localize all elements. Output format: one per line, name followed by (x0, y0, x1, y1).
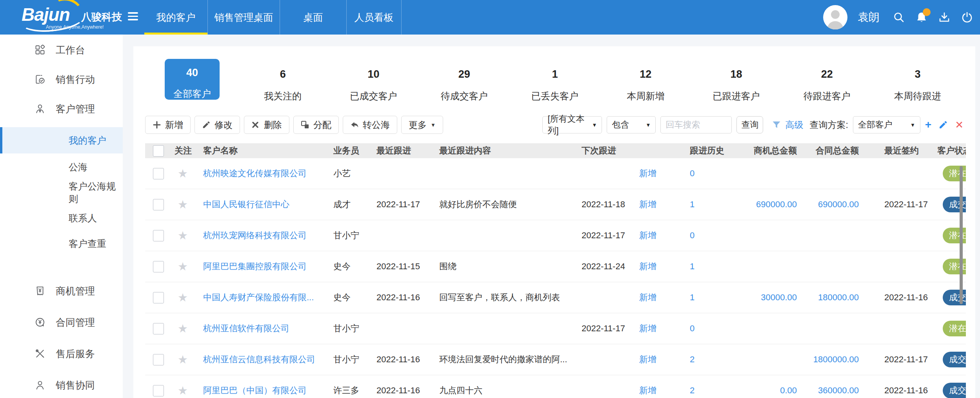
menu-hamburger-icon[interactable] (128, 12, 139, 22)
stat-card-已丢失客户[interactable]: 1已丢失客户 (527, 59, 582, 100)
star-icon[interactable]: ★ (178, 198, 188, 211)
stat-card-已跟进客户[interactable]: 18已跟进客户 (709, 59, 764, 100)
cell-add-follow-link-text[interactable]: 新增 (639, 354, 656, 365)
cell-opportunity-amount-text[interactable]: 30000.00 (761, 292, 797, 303)
toolbar-button-新增[interactable]: 新增 (145, 116, 191, 134)
customer-name-link[interactable]: 中国人寿财产保险股份有限... (203, 292, 314, 303)
sidebar-item-公海[interactable]: 公海 (0, 155, 123, 179)
customer-name-link[interactable]: 阿里巴巴集團控股有限公司 (203, 261, 307, 272)
cell-follow-history-link-text[interactable]: 1 (690, 199, 695, 210)
tab-我的客户[interactable]: 我的客户 (144, 0, 208, 35)
customer-name-link[interactable]: 阿里巴巴（中国）有限公司 (203, 385, 307, 396)
row-checkbox[interactable] (153, 199, 164, 210)
star-icon[interactable]: ★ (178, 291, 188, 304)
cell-add-follow-link-text[interactable]: 新增 (639, 323, 656, 334)
stat-card-我关注的[interactable]: 6我关注的 (255, 59, 310, 100)
sidebar-item-客户管理[interactable]: 客户管理 (0, 98, 123, 120)
add-scheme-icon[interactable]: + (925, 119, 931, 130)
filter-funnel-icon[interactable] (772, 120, 781, 130)
stat-card-本周新增[interactable]: 12本周新增 (618, 59, 673, 100)
cell-follow-history-link-text[interactable]: 0 (690, 230, 695, 241)
toolbar-button-分配[interactable]: 分配 (293, 116, 339, 134)
row-checkbox[interactable] (153, 292, 164, 303)
cell-contract-amount-text[interactable]: 690000.00 (818, 199, 859, 210)
advanced-filter-link[interactable]: 高级 (785, 119, 803, 131)
toolbar-button-转公海[interactable]: 转公海 (343, 116, 397, 134)
tab-桌面[interactable]: 桌面 (280, 0, 347, 35)
star-icon[interactable]: ★ (178, 229, 188, 242)
cell-add-follow-link-text[interactable]: 新增 (639, 385, 656, 396)
cell-star: ★ (175, 384, 196, 397)
vertical-scrollbar-thumb[interactable] (960, 166, 963, 304)
cell-follow-history-link-text[interactable]: 1 (690, 261, 695, 272)
cell-follow-history-link: 2 (684, 385, 747, 396)
sidebar-item-商机管理[interactable]: 商机管理 (0, 280, 123, 302)
row-checkbox[interactable] (153, 323, 164, 334)
row-checkbox[interactable] (153, 354, 164, 365)
user-name[interactable]: 袁朗 (858, 10, 880, 25)
star-icon[interactable]: ★ (178, 260, 188, 273)
select-all-checkbox[interactable] (153, 145, 164, 157)
sidebar-item-客户公海规则[interactable]: 客户公海规则 (0, 181, 123, 204)
query-button[interactable]: 查询 (736, 116, 763, 133)
star-icon[interactable]: ★ (178, 353, 188, 366)
cell-opportunity-amount-text[interactable]: 0.00 (780, 385, 797, 396)
cell-contract-amount-text[interactable]: 360000.00 (818, 385, 859, 396)
toolbar-button-删除[interactable]: 删除 (244, 116, 289, 134)
toolbar-button-更多[interactable]: 更多▼ (401, 116, 443, 134)
cell-follow-history-link-text[interactable]: 1 (690, 292, 695, 303)
sidebar-item-工作台[interactable]: 工作台 (0, 39, 123, 61)
cell-add-follow-link-text[interactable]: 新增 (639, 168, 656, 179)
stat-card-已成交客户[interactable]: 10已成交客户 (346, 59, 401, 100)
sidebar-item-我的客户[interactable]: 我的客户 (0, 127, 123, 153)
search-icon[interactable] (893, 11, 905, 23)
cell-follow-history-link-text[interactable]: 0 (690, 168, 695, 179)
customer-name-link[interactable]: 中国人民银行征信中心 (203, 199, 289, 210)
star-icon[interactable]: ★ (178, 322, 188, 335)
cell-follow-history-link-text[interactable]: 2 (690, 385, 695, 396)
sidebar-item-客户查重[interactable]: 客户查重 (0, 232, 123, 256)
cell-opportunity-amount-text[interactable]: 690000.00 (756, 199, 797, 210)
star-icon[interactable]: ★ (178, 167, 188, 180)
column-filter-select[interactable]: [所有文本列] ▼ (542, 116, 602, 133)
stat-card-本周待跟进[interactable]: 3本周待跟进 (890, 59, 945, 100)
edit-scheme-pencil-icon[interactable] (938, 120, 948, 130)
sidebar-item-售后服务[interactable]: 售后服务 (0, 343, 123, 365)
cell-follow-history-link-text[interactable]: 2 (690, 354, 695, 365)
sidebar-item-销售行动[interactable]: 销售行动 (0, 68, 123, 90)
customer-name-link[interactable]: 杭州亚信软件有限公司 (203, 323, 289, 334)
stat-card-待成交客户[interactable]: 29待成交客户 (437, 59, 492, 100)
delete-scheme-icon[interactable]: ✕ (955, 120, 964, 130)
customer-name-link[interactable]: 杭州亚信云信息科技有限公司 (203, 354, 315, 365)
tab-人员看板[interactable]: 人员看板 (347, 0, 402, 35)
sidebar-item-合同管理[interactable]: 合同管理 (0, 311, 123, 333)
toolbar-button-修改[interactable]: 修改 (195, 116, 240, 134)
tab-销售管理桌面[interactable]: 销售管理桌面 (208, 0, 280, 35)
row-checkbox[interactable] (153, 168, 164, 179)
cell-add-follow-link-text[interactable]: 新增 (639, 261, 656, 272)
cell-add-follow-link-text[interactable]: 新增 (639, 292, 656, 303)
customer-name-link[interactable]: 杭州映途文化传媒有限公司 (203, 168, 307, 179)
query-scheme-select[interactable]: 全部客户 ▼ (853, 116, 920, 133)
customer-name-link[interactable]: 杭州玖宠网络科技有限公司 (203, 230, 307, 241)
star-icon[interactable]: ★ (178, 384, 188, 397)
avatar[interactable] (823, 5, 847, 29)
stat-card-待跟进客户[interactable]: 22待跟进客户 (800, 59, 855, 100)
stat-card-全部客户[interactable]: 40全部客户 (165, 59, 220, 100)
cell-add-follow-link-text[interactable]: 新增 (639, 230, 656, 241)
sidebar-item-销售协同[interactable]: 销售协同 (0, 374, 123, 396)
cell-contract-amount-text[interactable]: 1800000.00 (813, 354, 859, 365)
row-checkbox[interactable] (153, 230, 164, 241)
search-input[interactable] (660, 116, 732, 133)
notifications-bell-icon[interactable] (916, 11, 927, 23)
cell-add-follow-link-text[interactable]: 新增 (639, 199, 656, 210)
sidebar-item-联系人[interactable]: 联系人 (0, 206, 123, 230)
match-type-select[interactable]: 包含 ▼ (607, 116, 656, 133)
logout-power-icon[interactable] (961, 11, 973, 23)
download-icon[interactable] (938, 11, 950, 23)
cell-contract-amount-text[interactable]: 180000.00 (818, 292, 859, 303)
row-checkbox[interactable] (153, 261, 164, 272)
row-checkbox[interactable] (153, 385, 164, 396)
cell-add-follow-link: 新增 (635, 385, 684, 396)
cell-follow-history-link-text[interactable]: 0 (690, 323, 695, 334)
